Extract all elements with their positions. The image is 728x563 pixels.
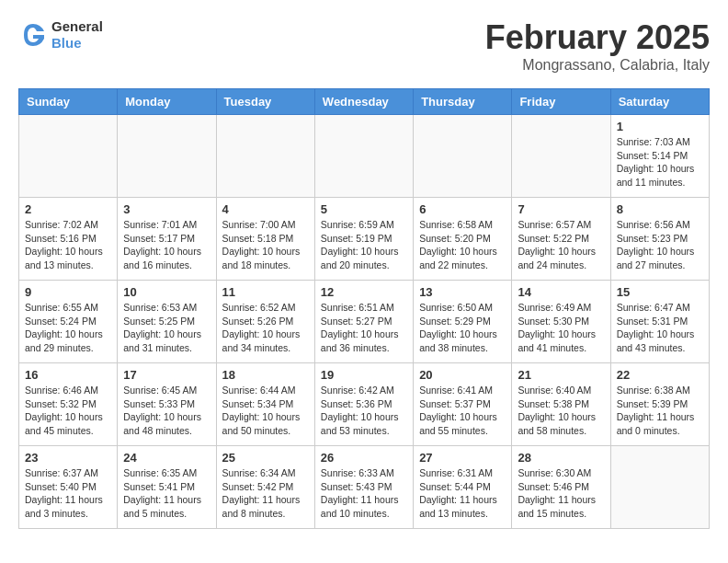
calendar-cell: 13Sunrise: 6:50 AM Sunset: 5:29 PM Dayli… — [414, 281, 512, 363]
logo-text: General Blue — [51, 18, 103, 52]
calendar-cell: 27Sunrise: 6:31 AM Sunset: 5:44 PM Dayli… — [414, 446, 512, 529]
day-number: 22 — [617, 368, 703, 382]
day-info: Sunrise: 6:58 AM Sunset: 5:20 PM Dayligh… — [419, 218, 506, 272]
day-info: Sunrise: 6:46 AM Sunset: 5:32 PM Dayligh… — [25, 384, 111, 438]
day-info: Sunrise: 6:31 AM Sunset: 5:44 PM Dayligh… — [419, 466, 506, 521]
day-info: Sunrise: 7:02 AM Sunset: 5:16 PM Dayligh… — [25, 218, 111, 272]
weekday-header-sunday: Sunday — [19, 89, 118, 115]
calendar-cell — [610, 446, 709, 529]
day-info: Sunrise: 6:34 AM Sunset: 5:42 PM Dayligh… — [222, 466, 309, 521]
day-info: Sunrise: 6:40 AM Sunset: 5:38 PM Dayligh… — [518, 384, 604, 438]
day-number: 6 — [419, 202, 506, 216]
weekday-header-friday: Friday — [512, 89, 610, 115]
day-number: 12 — [321, 285, 407, 299]
day-number: 15 — [617, 285, 703, 299]
calendar-body: 1Sunrise: 7:03 AM Sunset: 5:14 PM Daylig… — [19, 115, 710, 529]
day-number: 10 — [123, 285, 210, 299]
day-info: Sunrise: 6:30 AM Sunset: 5:46 PM Dayligh… — [518, 466, 604, 521]
day-number: 1 — [617, 120, 703, 133]
calendar-cell: 15Sunrise: 6:47 AM Sunset: 5:31 PM Dayli… — [610, 281, 709, 363]
calendar-cell: 25Sunrise: 6:34 AM Sunset: 5:42 PM Dayli… — [216, 446, 314, 529]
calendar-cell: 3Sunrise: 7:01 AM Sunset: 5:17 PM Daylig… — [118, 198, 216, 281]
day-number: 28 — [518, 451, 604, 465]
calendar-cell: 8Sunrise: 6:56 AM Sunset: 5:23 PM Daylig… — [610, 198, 709, 281]
header: General Blue February 2025 Mongrassano, … — [18, 18, 710, 74]
day-number: 13 — [419, 285, 506, 299]
calendar-cell: 22Sunrise: 6:38 AM Sunset: 5:39 PM Dayli… — [610, 363, 709, 446]
weekday-header-monday: Monday — [118, 89, 216, 115]
calendar-cell — [314, 115, 413, 198]
day-info: Sunrise: 6:38 AM Sunset: 5:39 PM Dayligh… — [617, 384, 703, 438]
calendar-cell — [19, 115, 118, 198]
day-info: Sunrise: 6:55 AM Sunset: 5:24 PM Dayligh… — [25, 301, 111, 355]
day-number: 24 — [123, 451, 210, 465]
day-number: 17 — [123, 368, 210, 382]
calendar-cell: 12Sunrise: 6:51 AM Sunset: 5:27 PM Dayli… — [314, 281, 413, 363]
day-number: 25 — [222, 451, 309, 465]
week-row-4: 23Sunrise: 6:37 AM Sunset: 5:40 PM Dayli… — [19, 446, 710, 529]
day-info: Sunrise: 6:53 AM Sunset: 5:25 PM Dayligh… — [123, 301, 210, 355]
day-number: 16 — [25, 368, 111, 382]
calendar-cell: 9Sunrise: 6:55 AM Sunset: 5:24 PM Daylig… — [19, 281, 118, 363]
day-info: Sunrise: 6:45 AM Sunset: 5:33 PM Dayligh… — [123, 384, 210, 438]
day-info: Sunrise: 6:51 AM Sunset: 5:27 PM Dayligh… — [321, 301, 407, 355]
day-number: 27 — [419, 451, 506, 465]
day-info: Sunrise: 6:42 AM Sunset: 5:36 PM Dayligh… — [321, 384, 407, 438]
week-row-2: 9Sunrise: 6:55 AM Sunset: 5:24 PM Daylig… — [19, 281, 710, 363]
day-number: 4 — [222, 202, 309, 216]
month-title: February 2025 — [485, 18, 710, 57]
day-info: Sunrise: 6:41 AM Sunset: 5:37 PM Dayligh… — [419, 384, 506, 438]
day-number: 20 — [419, 368, 506, 382]
day-info: Sunrise: 6:37 AM Sunset: 5:40 PM Dayligh… — [25, 466, 111, 521]
day-number: 9 — [25, 285, 111, 299]
calendar-cell: 17Sunrise: 6:45 AM Sunset: 5:33 PM Dayli… — [118, 363, 216, 446]
day-number: 14 — [518, 285, 604, 299]
day-number: 11 — [222, 285, 309, 299]
calendar-cell — [216, 115, 314, 198]
day-info: Sunrise: 6:44 AM Sunset: 5:34 PM Dayligh… — [222, 384, 309, 438]
calendar-cell: 26Sunrise: 6:33 AM Sunset: 5:43 PM Dayli… — [314, 446, 413, 529]
day-info: Sunrise: 6:35 AM Sunset: 5:41 PM Dayligh… — [123, 466, 210, 521]
day-info: Sunrise: 7:03 AM Sunset: 5:14 PM Dayligh… — [617, 135, 703, 190]
location-title: Mongrassano, Calabria, Italy — [485, 57, 710, 74]
logo-svg — [18, 20, 48, 50]
calendar-cell — [414, 115, 512, 198]
week-row-0: 1Sunrise: 7:03 AM Sunset: 5:14 PM Daylig… — [19, 115, 710, 198]
day-number: 26 — [321, 451, 407, 465]
calendar-cell: 24Sunrise: 6:35 AM Sunset: 5:41 PM Dayli… — [118, 446, 216, 529]
calendar-cell: 19Sunrise: 6:42 AM Sunset: 5:36 PM Dayli… — [314, 363, 413, 446]
calendar-cell: 14Sunrise: 6:49 AM Sunset: 5:30 PM Dayli… — [512, 281, 610, 363]
title-area: February 2025 Mongrassano, Calabria, Ita… — [485, 18, 710, 74]
day-number: 18 — [222, 368, 309, 382]
day-number: 7 — [518, 202, 604, 216]
calendar-cell: 18Sunrise: 6:44 AM Sunset: 5:34 PM Dayli… — [216, 363, 314, 446]
day-info: Sunrise: 6:59 AM Sunset: 5:19 PM Dayligh… — [321, 218, 407, 272]
calendar-cell — [118, 115, 216, 198]
weekday-header-wednesday: Wednesday — [314, 89, 413, 115]
weekday-header-saturday: Saturday — [610, 89, 709, 115]
week-row-3: 16Sunrise: 6:46 AM Sunset: 5:32 PM Dayli… — [19, 363, 710, 446]
day-info: Sunrise: 6:57 AM Sunset: 5:22 PM Dayligh… — [518, 218, 604, 272]
day-number: 3 — [123, 202, 210, 216]
weekday-header-tuesday: Tuesday — [216, 89, 314, 115]
day-number: 5 — [321, 202, 407, 216]
day-info: Sunrise: 6:33 AM Sunset: 5:43 PM Dayligh… — [321, 466, 407, 521]
logo: General Blue — [18, 18, 103, 52]
weekday-header-row: SundayMondayTuesdayWednesdayThursdayFrid… — [19, 89, 710, 115]
day-number: 23 — [25, 451, 111, 465]
week-row-1: 2Sunrise: 7:02 AM Sunset: 5:16 PM Daylig… — [19, 198, 710, 281]
day-info: Sunrise: 6:52 AM Sunset: 5:26 PM Dayligh… — [222, 301, 309, 355]
day-number: 8 — [617, 202, 703, 216]
calendar-cell: 4Sunrise: 7:00 AM Sunset: 5:18 PM Daylig… — [216, 198, 314, 281]
calendar-cell: 2Sunrise: 7:02 AM Sunset: 5:16 PM Daylig… — [19, 198, 118, 281]
calendar-cell: 23Sunrise: 6:37 AM Sunset: 5:40 PM Dayli… — [19, 446, 118, 529]
calendar: SundayMondayTuesdayWednesdayThursdayFrid… — [18, 88, 710, 529]
day-number: 19 — [321, 368, 407, 382]
day-info: Sunrise: 6:50 AM Sunset: 5:29 PM Dayligh… — [419, 301, 506, 355]
calendar-cell: 21Sunrise: 6:40 AM Sunset: 5:38 PM Dayli… — [512, 363, 610, 446]
calendar-cell: 5Sunrise: 6:59 AM Sunset: 5:19 PM Daylig… — [314, 198, 413, 281]
calendar-cell: 7Sunrise: 6:57 AM Sunset: 5:22 PM Daylig… — [512, 198, 610, 281]
day-info: Sunrise: 7:00 AM Sunset: 5:18 PM Dayligh… — [222, 218, 309, 272]
day-number: 21 — [518, 368, 604, 382]
calendar-cell — [512, 115, 610, 198]
